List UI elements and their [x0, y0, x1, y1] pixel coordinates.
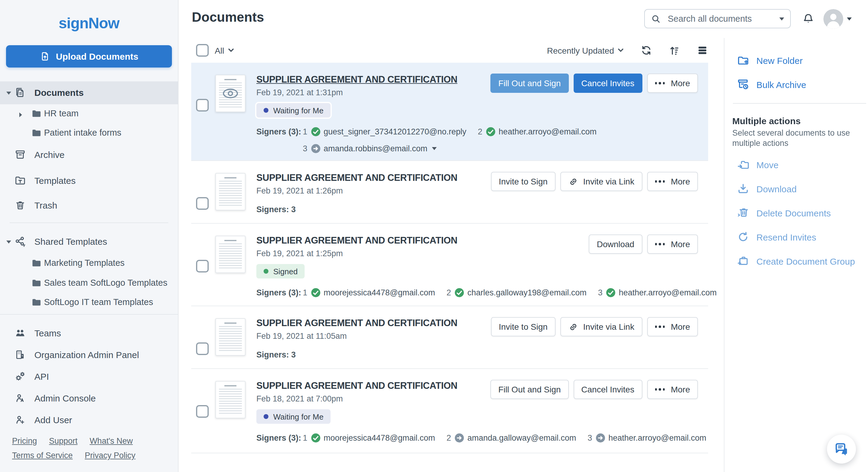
document-checkbox[interactable] — [196, 260, 209, 272]
more-button[interactable]: More — [647, 172, 698, 191]
more-button[interactable]: More — [647, 235, 698, 254]
sidebar-item-organization-admin-panel[interactable]: Organization Admin Panel — [0, 345, 178, 365]
upload-documents-button[interactable]: Upload Documents — [6, 45, 172, 68]
bulk-archive-action[interactable]: Bulk Archive — [724, 75, 868, 94]
avatar[interactable] — [824, 9, 843, 29]
document-thumbnail[interactable] — [215, 318, 246, 356]
notifications-bell-icon[interactable] — [802, 13, 814, 25]
invite-via-link-label: Invite via Link — [583, 177, 634, 186]
add-user-icon — [14, 414, 26, 426]
whats-new-link[interactable]: What's New — [90, 436, 133, 445]
sidebar-item-shared-templates[interactable]: Shared Templates — [0, 232, 178, 251]
document-checkbox[interactable] — [196, 99, 209, 111]
signed-check-icon — [486, 127, 495, 136]
sidebar-item-hr-team[interactable]: HR team — [0, 104, 178, 124]
more-button[interactable]: More — [647, 73, 698, 93]
list-toolbar: All Recently Updated — [191, 38, 708, 63]
invite-to-sign-button[interactable]: Invite to Sign — [491, 172, 556, 191]
signer: 3 amanda.robbins@email.com — [303, 144, 436, 153]
cancel-invites-button[interactable]: Cancel Invites — [574, 73, 642, 93]
invite-via-link-button[interactable]: Invite via Link — [560, 317, 642, 336]
privacy-policy-link[interactable]: Privacy Policy — [85, 451, 135, 460]
chat-bubbles-icon — [833, 442, 849, 457]
sidebar-item-add-user[interactable]: Add User — [0, 410, 178, 430]
delete-documents-action[interactable]: Delete Documents — [724, 204, 868, 222]
search-box[interactable] — [644, 9, 791, 28]
status-badge-label: Waiting for Me — [273, 106, 323, 115]
document-title[interactable]: SUPPLIER AGREEMENT AND CERTIFICATION — [256, 172, 457, 184]
fill-out-and-sign-button[interactable]: Fill Out and Sign — [490, 380, 568, 399]
sidebar-item-admin-console[interactable]: Admin Console — [0, 389, 178, 408]
sort-direction-icon[interactable] — [669, 45, 680, 56]
new-folder-action[interactable]: New Folder — [724, 51, 868, 69]
document-thumbnail[interactable] — [215, 381, 246, 418]
signer: 3 heather.arroyo@email.com — [598, 288, 717, 297]
download-action[interactable]: Download — [724, 180, 868, 198]
document-thumbnail[interactable] — [215, 173, 246, 210]
document-thumbnail[interactable] — [215, 236, 246, 273]
sidebar-item-softlogo-it-team-templates[interactable]: SoftLogo IT team Templates — [0, 293, 178, 312]
more-dots-icon — [655, 82, 665, 85]
sidebar-item-label: SoftLogo IT team Templates — [44, 297, 153, 307]
sidebar-item-patient-intake-forms[interactable]: Patient intake forms — [0, 124, 178, 143]
invite-via-link-button[interactable]: Invite via Link — [560, 172, 642, 191]
document-row[interactable]: SUPPLIER AGREEMENT AND CERTIFICATION Feb… — [191, 369, 708, 453]
document-thumbnail[interactable] — [215, 75, 246, 112]
signer-expand-caret-icon[interactable] — [432, 147, 436, 150]
document-row[interactable]: SUPPLIER AGREEMENT AND CERTIFICATION Feb… — [191, 63, 708, 161]
fill-out-and-sign-button[interactable]: Fill Out and Sign — [490, 73, 568, 93]
sidebar-item-sales-team-softlogo-templates[interactable]: Sales team SoftLogo Templates — [0, 274, 178, 293]
more-button[interactable]: More — [647, 317, 698, 336]
sidebar-item-documents[interactable]: Documents — [0, 81, 178, 104]
sidebar-item-archive[interactable]: Archive — [0, 145, 178, 165]
pricing-link[interactable]: Pricing — [12, 436, 37, 445]
folder-icon — [30, 259, 42, 267]
create-document-group-action[interactable]: Create Document Group — [724, 252, 868, 270]
resend-icon — [737, 231, 750, 243]
signers-row: Signers (3): 1 guest_signer_373412012270… — [256, 127, 608, 136]
document-checkbox[interactable] — [196, 342, 209, 355]
chat-support-button[interactable] — [827, 435, 856, 464]
sidebar-item-marketing-templates[interactable]: Marketing Templates — [0, 254, 178, 273]
search-scope-caret-icon[interactable] — [779, 17, 784, 20]
document-row[interactable]: SUPPLIER AGREEMENT AND CERTIFICATION Feb… — [191, 306, 708, 369]
sidebar-item-label: Patient intake forms — [44, 128, 121, 137]
move-action[interactable]: Move — [724, 156, 868, 174]
list-view-icon[interactable] — [697, 45, 708, 56]
sidebar-item-label: Sales team SoftLogo Templates — [44, 278, 167, 288]
support-link[interactable]: Support — [49, 436, 78, 445]
document-row[interactable]: SUPPLIER AGREEMENT AND CERTIFICATION Feb… — [191, 224, 708, 306]
sidebar-item-trash[interactable]: Trash — [0, 196, 178, 215]
select-all-checkbox[interactable] — [196, 44, 209, 57]
download-button[interactable]: Download — [589, 235, 642, 254]
filter-all-dropdown[interactable]: All — [215, 45, 234, 55]
refresh-icon[interactable] — [641, 45, 652, 56]
bulk-archive-icon — [737, 78, 750, 91]
more-dots-icon — [655, 389, 665, 391]
document-row[interactable]: SUPPLIER AGREEMENT AND CERTIFICATION Feb… — [191, 161, 708, 224]
status-dot — [264, 108, 269, 113]
invite-to-sign-button[interactable]: Invite to Sign — [491, 317, 556, 336]
sidebar-item-teams[interactable]: Teams — [0, 324, 178, 343]
more-label: More — [671, 239, 690, 249]
sidebar-item-label: Documents — [34, 88, 84, 98]
document-checkbox[interactable] — [196, 197, 209, 210]
sort-order-dropdown[interactable]: Recently Updated — [547, 45, 624, 55]
download-icon — [737, 183, 750, 195]
more-button[interactable]: More — [647, 380, 698, 399]
sidebar-footer-links: Pricing Support What's New Terms of Serv… — [12, 436, 166, 460]
status-dot — [264, 269, 269, 274]
resend-invites-action[interactable]: Resend Invites — [724, 228, 868, 246]
document-title[interactable]: SUPPLIER AGREEMENT AND CERTIFICATION — [256, 317, 457, 329]
sidebar-item-templates[interactable]: Templates — [0, 171, 178, 191]
terms-of-service-link[interactable]: Terms of Service — [12, 451, 73, 460]
document-checkbox[interactable] — [196, 405, 209, 418]
sidebar-item-label: Teams — [34, 328, 61, 338]
cancel-invites-button[interactable]: Cancel Invites — [574, 380, 642, 399]
sidebar: signNow Upload Documents Documents — [0, 0, 179, 472]
search-input[interactable] — [666, 13, 779, 24]
sidebar-item-api[interactable]: API — [0, 367, 178, 386]
multiple-actions-heading: Multiple actions — [732, 116, 801, 126]
account-menu-caret-icon[interactable] — [847, 18, 852, 21]
folder-icon — [30, 279, 42, 287]
